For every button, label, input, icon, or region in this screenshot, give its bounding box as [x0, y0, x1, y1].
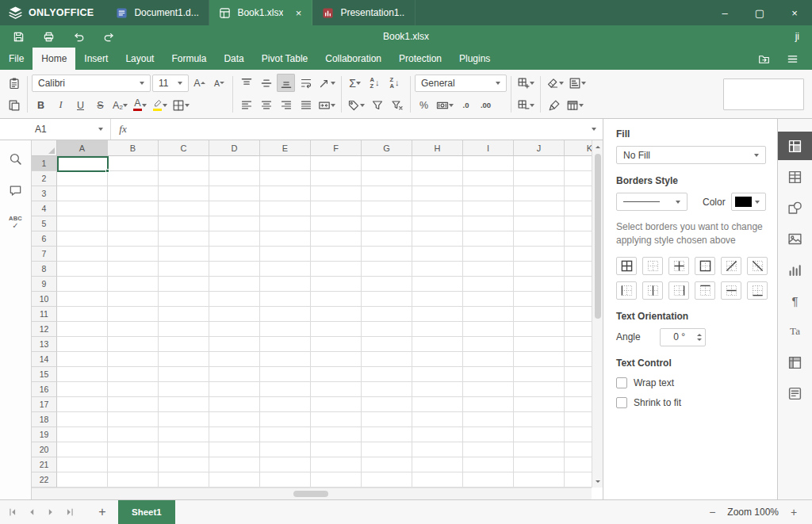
- border-outside-button[interactable]: [695, 257, 715, 275]
- cell-E18[interactable]: [260, 412, 311, 427]
- cell-H13[interactable]: [412, 337, 463, 352]
- cell-I20[interactable]: [463, 442, 514, 457]
- panel-tab-shape[interactable]: [778, 193, 812, 222]
- format-as-table-button[interactable]: [565, 96, 585, 114]
- cell-D12[interactable]: [209, 322, 260, 337]
- accounting-style-button[interactable]: [435, 96, 455, 114]
- cell-G16[interactable]: [362, 382, 412, 397]
- align-left-button[interactable]: [237, 96, 255, 114]
- cell-J17[interactable]: [514, 397, 565, 412]
- menu-tab-formula[interactable]: Formula: [163, 48, 215, 70]
- cell-I15[interactable]: [463, 367, 514, 382]
- cell-B6[interactable]: [108, 231, 159, 247]
- spreadsheet-grid[interactable]: ABCDEFGHIJK 1234567891011121314151617181…: [32, 140, 592, 488]
- cell-H16[interactable]: [412, 382, 463, 397]
- border-right-button[interactable]: [668, 281, 689, 300]
- sort-descending-button[interactable]: ZA↓: [385, 74, 404, 92]
- cell-I3[interactable]: [463, 186, 514, 201]
- shrink-to-fit-option[interactable]: Shrink to fit: [616, 397, 766, 408]
- cell-F2[interactable]: [311, 171, 362, 186]
- zoom-out-button[interactable]: −: [704, 504, 720, 520]
- cell-F21[interactable]: [311, 457, 362, 472]
- cell-K15[interactable]: [565, 367, 592, 382]
- row-header-3[interactable]: 3: [32, 186, 57, 201]
- strikethrough-button[interactable]: S: [91, 96, 109, 114]
- cell-H10[interactable]: [412, 292, 463, 307]
- next-sheet-button[interactable]: [42, 503, 59, 521]
- cell-K3[interactable]: [565, 186, 592, 201]
- cell-F12[interactable]: [311, 322, 362, 337]
- cell-I17[interactable]: [463, 397, 514, 412]
- wrap-text-checkbox[interactable]: [616, 377, 627, 388]
- cell-G9[interactable]: [362, 277, 412, 292]
- cell-E20[interactable]: [260, 442, 311, 457]
- insert-function-button[interactable]: Σ: [346, 74, 364, 92]
- cell-J19[interactable]: [514, 427, 565, 442]
- cell-D5[interactable]: [209, 216, 260, 231]
- cell-E12[interactable]: [260, 322, 311, 337]
- cell-G11[interactable]: [362, 307, 412, 322]
- insert-cells-button[interactable]: [515, 74, 536, 92]
- border-diag-up-button[interactable]: [721, 257, 741, 275]
- cell-H14[interactable]: [412, 352, 463, 367]
- fill-select[interactable]: No Fill: [616, 146, 766, 164]
- cell-I21[interactable]: [463, 457, 514, 472]
- cell-J1[interactable]: [514, 156, 565, 171]
- cell-G10[interactable]: [362, 292, 412, 307]
- wrap-text-button[interactable]: [297, 74, 315, 92]
- subscript-superscript-button[interactable]: A2: [111, 96, 129, 114]
- first-sheet-button[interactable]: [4, 503, 21, 521]
- cell-F14[interactable]: [311, 352, 362, 367]
- column-header-E[interactable]: E: [260, 140, 311, 156]
- cell-B7[interactable]: [108, 247, 159, 262]
- select-all-corner[interactable]: [32, 140, 57, 156]
- cell-F20[interactable]: [311, 442, 362, 457]
- row-header-15[interactable]: 15: [32, 367, 57, 382]
- cell-H2[interactable]: [412, 171, 463, 186]
- cell-J16[interactable]: [514, 382, 565, 397]
- cell-B14[interactable]: [108, 352, 159, 367]
- menu-tab-file[interactable]: File: [0, 48, 33, 70]
- close-window-button[interactable]: ×: [777, 0, 812, 25]
- cell-C10[interactable]: [159, 292, 209, 307]
- spin-down-icon[interactable]: [697, 338, 702, 341]
- last-sheet-button[interactable]: [61, 503, 79, 521]
- cell-K16[interactable]: [565, 382, 592, 397]
- cell-J20[interactable]: [514, 442, 565, 457]
- delete-cells-button[interactable]: [515, 96, 536, 114]
- cell-K6[interactable]: [565, 231, 592, 247]
- cell-I13[interactable]: [463, 337, 514, 352]
- column-header-A[interactable]: A: [57, 140, 108, 156]
- align-middle-button[interactable]: [257, 74, 275, 92]
- cell-E9[interactable]: [260, 277, 311, 292]
- cell-I6[interactable]: [463, 231, 514, 247]
- zoom-level[interactable]: Zoom 100%: [727, 507, 779, 518]
- cell-B5[interactable]: [108, 216, 159, 231]
- cell-C17[interactable]: [159, 397, 209, 412]
- cell-K4[interactable]: [565, 201, 592, 216]
- row-header-6[interactable]: 6: [32, 231, 57, 247]
- cell-B10[interactable]: [108, 292, 159, 307]
- cell-F4[interactable]: [311, 201, 362, 216]
- cell-E7[interactable]: [260, 247, 311, 262]
- cell-C2[interactable]: [159, 171, 209, 186]
- cell-G12[interactable]: [362, 322, 412, 337]
- sheet-tab-sheet1[interactable]: Sheet1: [118, 500, 175, 524]
- cell-H19[interactable]: [412, 427, 463, 442]
- row-header-22[interactable]: 22: [32, 472, 57, 488]
- redo-button[interactable]: [98, 28, 120, 45]
- border-top-button[interactable]: [695, 281, 715, 300]
- cell-C20[interactable]: [159, 442, 209, 457]
- border-diag-down-button[interactable]: [747, 257, 768, 275]
- save-button[interactable]: [8, 28, 29, 45]
- formula-input[interactable]: [135, 119, 585, 140]
- cell-H6[interactable]: [412, 231, 463, 247]
- cell-D3[interactable]: [209, 186, 260, 201]
- border-inside-button[interactable]: [668, 257, 689, 275]
- view-settings-button[interactable]: [780, 50, 804, 67]
- vertical-scrollbar[interactable]: [592, 140, 603, 488]
- cell-C3[interactable]: [159, 186, 209, 201]
- app-logo[interactable]: ONLYOFFICE: [0, 0, 106, 25]
- cell-F7[interactable]: [311, 247, 362, 262]
- cell-D18[interactable]: [209, 412, 260, 427]
